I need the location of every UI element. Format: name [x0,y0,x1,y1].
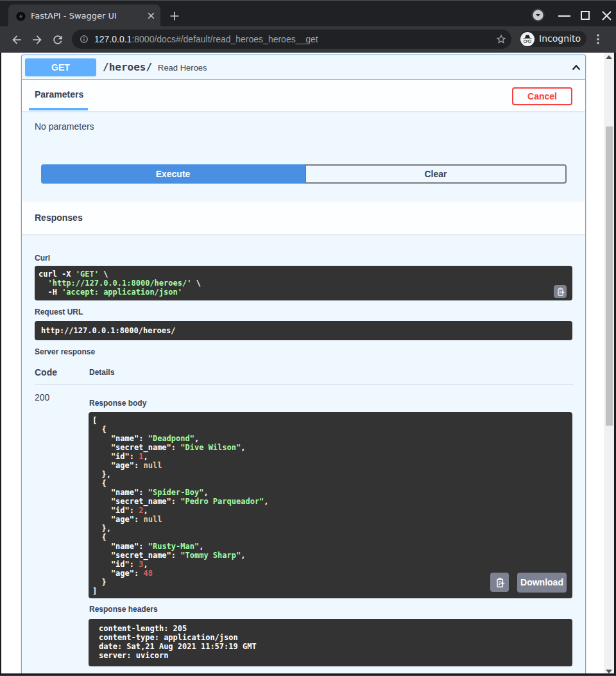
browser-toolbar: 127.0.0.1:8000/docs#/default/read_heroes… [0,26,616,53]
response-headers-code-block: content-length: 205content-type: applica… [89,619,572,666]
response-body-code-block[interactable]: [ { "name": "Deadpond", "secret_name": "… [89,412,572,598]
close-icon[interactable] [601,10,613,22]
download-button[interactable]: Download [517,573,567,593]
copy-response-button[interactable] [490,573,509,592]
tab-parameters[interactable]: Parameters [35,80,83,108]
execute-row: Execute Clear [41,164,567,184]
tab-title: FastAPI - Swagger UI [31,5,117,27]
code-column-header: Code [35,367,57,377]
parameters-tab-underline [29,108,88,110]
operation-summary[interactable]: GET /heroes/ Read Heroes [22,55,585,80]
execute-button[interactable]: Execute [41,164,305,184]
responses-title: Responses [35,202,83,234]
response-body-label: Response body [89,399,146,408]
details-column-header: Details [89,368,114,377]
curl-label: Curl [35,254,50,263]
swagger-page: GET /heroes/ Read Heroes Parameters Canc… [0,53,616,676]
page-scrollbar[interactable] [604,53,614,676]
tab-close-icon[interactable] [146,11,156,21]
url-text[interactable]: 127.0.0.1:8000/docs#/default/read_heroes… [94,30,318,49]
no-parameters-text: No parameters [35,121,94,132]
copy-to-clipboard-button[interactable] [554,285,567,298]
window-top-edge [0,0,616,1]
back-icon[interactable] [10,33,23,46]
maximize-icon[interactable] [579,10,592,22]
reload-icon[interactable] [51,33,64,46]
minimize-icon[interactable] [557,9,572,22]
method-badge: GET [25,58,96,76]
request-url-value: http://127.0.0.1:8000/heroes/ [35,321,572,340]
cancel-button[interactable]: Cancel [512,87,572,105]
bookmark-star-icon[interactable] [495,33,507,45]
opblock-get: GET /heroes/ Read Heroes Parameters Canc… [21,55,586,676]
fastapi-favicon-icon [16,12,26,21]
window-frame-left [0,53,1,676]
url-path: :8000/docs#/default/read_heroes_heroes__… [132,34,318,44]
responses-header: Responses [22,202,585,234]
scrollbar-up-arrow[interactable] [606,55,612,59]
browser-tab[interactable]: FastAPI - Swagger UI [8,4,160,26]
incognito-badge: Incognito [520,31,586,47]
url-host: 127.0.0.1 [94,34,132,44]
clear-button[interactable]: Clear [305,164,567,184]
collapse-chevron-icon[interactable] [570,61,583,74]
request-url-label: Request URL [35,308,83,316]
forward-icon[interactable] [31,33,44,46]
server-response-label: Server response [35,347,95,356]
response-headers-label: Response headers [89,605,158,614]
table-divider [35,385,574,385]
curl-code-block[interactable]: curl -X 'GET' \ 'http://127.0.0.1:8000/h… [35,266,572,300]
parameters-header: Parameters Cancel [22,80,585,111]
operation-summary-text: Read Heroes [158,56,207,80]
browser-menu-dots-icon[interactable] [594,33,603,46]
site-info-icon[interactable] [80,35,89,44]
new-tab-icon[interactable] [168,10,181,22]
status-code: 200 [35,392,49,403]
incognito-icon [520,32,535,46]
browser-titlebar: FastAPI - Swagger UI [0,0,616,26]
scrollbar-thumb[interactable] [606,126,613,426]
window-menu-icon[interactable] [531,8,545,22]
incognito-label: Incognito [539,31,581,47]
address-bar[interactable]: 127.0.0.1:8000/docs#/default/read_heroes… [72,30,511,49]
operation-path: /heroes/ [103,55,152,80]
